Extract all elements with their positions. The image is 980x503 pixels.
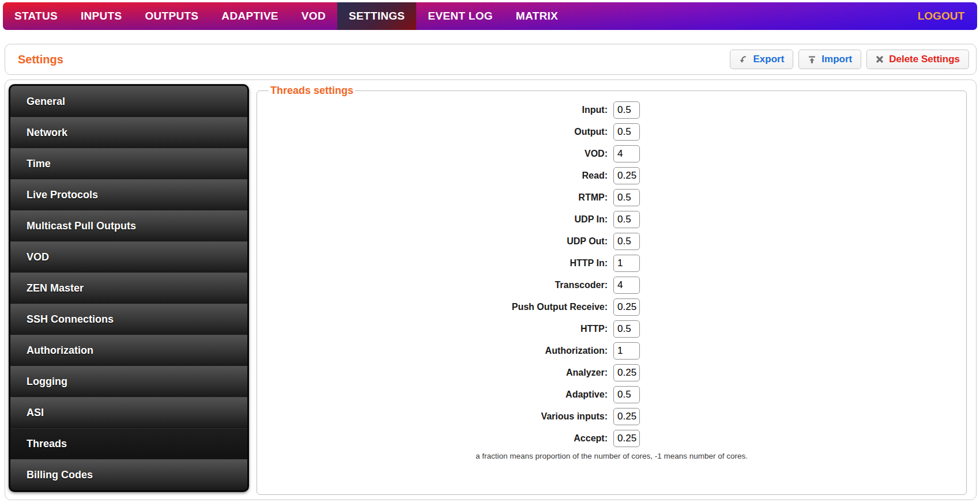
export-button[interactable]: Export	[730, 50, 793, 69]
field-input-rtmp[interactable]	[613, 189, 640, 206]
threads-footnote: a fraction means proportion of the numbe…	[267, 452, 956, 460]
field-label-rtmp: RTMP:	[267, 192, 613, 203]
form-row-transcoder: Transcoder:	[267, 277, 956, 294]
field-label-authorization: Authorization:	[267, 346, 613, 356]
field-label-http: HTTP:	[267, 324, 613, 334]
import-icon	[808, 55, 816, 64]
form-row-input: Input:	[267, 101, 956, 119]
form-row-read: Read:	[267, 167, 956, 184]
field-input-authorization[interactable]	[613, 342, 640, 360]
delete-icon	[876, 55, 884, 63]
field-input-udp-out[interactable]	[613, 233, 640, 250]
form-row-various-inputs: Various inputs:	[267, 408, 956, 425]
field-label-output: Output:	[267, 127, 613, 137]
sidebar-item-logging[interactable]: Logging	[10, 366, 247, 397]
settings-header-bar: Settings Export Import	[5, 44, 977, 75]
export-button-label: Export	[753, 54, 784, 65]
logout-link[interactable]: LOGOUT	[905, 2, 977, 30]
field-input-transcoder[interactable]	[613, 277, 640, 294]
field-input-accept[interactable]	[613, 430, 640, 447]
sidebar-item-asi[interactable]: ASI	[10, 397, 247, 428]
field-label-various-inputs: Various inputs:	[267, 411, 613, 422]
field-input-input[interactable]	[613, 101, 640, 119]
field-input-push-output-receive[interactable]	[613, 298, 640, 316]
field-label-analyzer: Analyzer:	[267, 368, 613, 378]
page-title: Settings	[18, 53, 63, 66]
field-label-input: Input:	[267, 105, 613, 115]
sidebar-item-ssh-connections[interactable]: SSH Connections	[10, 304, 247, 335]
nav-item-settings[interactable]: SETTINGS	[337, 2, 416, 30]
nav-item-matrix[interactable]: MATRIX	[504, 2, 570, 30]
field-label-push-output-receive: Push Output Receive:	[267, 302, 613, 312]
form-row-vod: VOD:	[267, 145, 956, 162]
import-button-label: Import	[821, 54, 852, 65]
field-input-various-inputs[interactable]	[613, 408, 640, 425]
sidebar-item-time[interactable]: Time	[10, 148, 247, 179]
threads-settings-fieldset: Threads settings Input:Output:VOD:Read:R…	[257, 85, 967, 495]
top-navbar: STATUSINPUTSOUTPUTSADAPTIVEVODSETTINGSEV…	[3, 2, 977, 30]
import-button[interactable]: Import	[798, 50, 861, 69]
field-label-adaptive: Adaptive:	[267, 389, 613, 400]
form-row-accept: Accept:	[267, 430, 956, 447]
form-row-adaptive: Adaptive:	[267, 386, 956, 403]
field-input-output[interactable]	[613, 123, 640, 141]
field-input-udp-in[interactable]	[613, 211, 640, 228]
form-row-authorization: Authorization:	[267, 342, 956, 360]
sidebar-item-authorization[interactable]: Authorization	[10, 335, 247, 366]
form-row-push-output-receive: Push Output Receive:	[267, 298, 956, 316]
field-input-http[interactable]	[613, 320, 640, 338]
header-actions: Export Import Delete Settings	[730, 50, 969, 69]
sidebar-item-general[interactable]: General	[10, 86, 247, 117]
field-label-read: Read:	[267, 171, 613, 181]
nav-item-status[interactable]: STATUS	[3, 2, 69, 30]
sidebar-item-billing-codes[interactable]: Billing Codes	[10, 459, 247, 490]
sidebar-item-vod[interactable]: VOD	[10, 241, 247, 273]
sidebar-item-threads[interactable]: Threads	[10, 428, 247, 459]
field-input-read[interactable]	[613, 167, 640, 184]
sidebar-item-live-protocols[interactable]: Live Protocols	[10, 179, 247, 210]
nav-item-event-log[interactable]: EVENT LOG	[416, 2, 504, 30]
field-label-udp-in: UDP In:	[267, 214, 613, 225]
nav-item-vod[interactable]: VOD	[290, 2, 337, 30]
sidebar-item-zen-master[interactable]: ZEN Master	[10, 273, 247, 304]
form-row-output: Output:	[267, 123, 956, 141]
delete-settings-button-label: Delete Settings	[889, 54, 960, 65]
field-input-analyzer[interactable]	[613, 364, 640, 381]
form-row-udp-out: UDP Out:	[267, 233, 956, 250]
nav-item-outputs[interactable]: OUTPUTS	[133, 2, 210, 30]
nav-item-inputs[interactable]: INPUTS	[69, 2, 133, 30]
form-row-analyzer: Analyzer:	[267, 364, 956, 381]
sidebar-item-network[interactable]: Network	[10, 117, 247, 148]
form-row-rtmp: RTMP:	[267, 189, 956, 206]
form-row-http: HTTP:	[267, 320, 956, 338]
threads-settings-legend: Threads settings	[269, 85, 355, 97]
field-label-udp-out: UDP Out:	[267, 236, 613, 247]
sidebar-item-multicast-pull-outputs[interactable]: Multicast Pull Outputs	[10, 210, 247, 241]
settings-main-panel: GeneralNetworkTimeLive ProtocolsMulticas…	[5, 80, 977, 500]
field-input-vod[interactable]	[613, 145, 640, 162]
delete-settings-button[interactable]: Delete Settings	[866, 50, 969, 69]
nav-item-adaptive[interactable]: ADAPTIVE	[210, 2, 289, 30]
field-label-vod: VOD:	[267, 149, 613, 159]
field-label-accept: Accept:	[267, 433, 613, 444]
field-label-transcoder: Transcoder:	[267, 280, 613, 290]
form-row-udp-in: UDP In:	[267, 211, 956, 228]
field-input-http-in[interactable]	[613, 255, 640, 272]
form-row-http-in: HTTP In:	[267, 255, 956, 272]
threads-settings-form: Input:Output:VOD:Read:RTMP:UDP In:UDP Ou…	[267, 101, 956, 447]
settings-sidebar: GeneralNetworkTimeLive ProtocolsMulticas…	[9, 84, 249, 492]
settings-content: Threads settings Input:Output:VOD:Read:R…	[249, 84, 973, 495]
export-icon	[739, 55, 748, 64]
field-input-adaptive[interactable]	[613, 386, 640, 403]
field-label-http-in: HTTP In:	[267, 258, 613, 268]
